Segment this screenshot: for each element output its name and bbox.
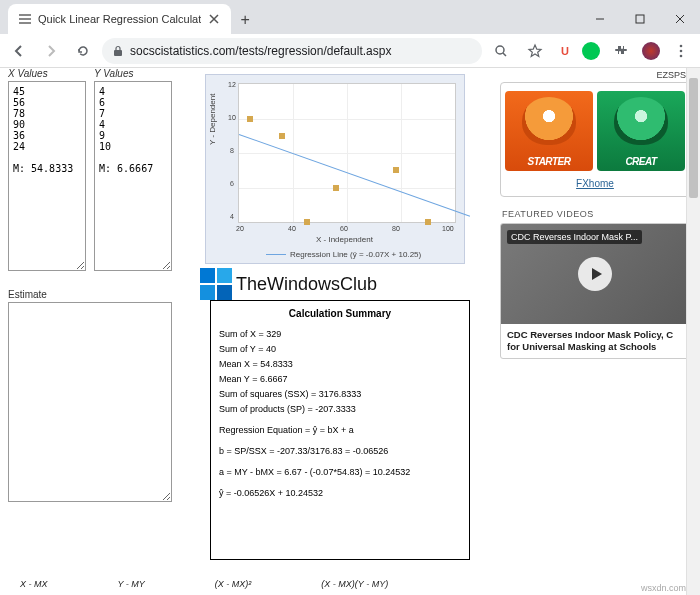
browser-tab[interactable]: Quick Linear Regression Calculat — [8, 4, 231, 34]
data-point — [425, 219, 431, 225]
summary-line: Regression Equation = ŷ = bX + a — [219, 424, 461, 437]
video-overlay-title: CDC Reverses Indoor Mask P... — [507, 230, 642, 244]
residual-labels: X - MX Y - MY (X - MX)² (X - MX)(Y - MY) — [20, 579, 388, 589]
browser-titlebar: Quick Linear Regression Calculat + — [0, 0, 700, 34]
url-text: socscistatistics.com/tests/regression/de… — [130, 44, 391, 58]
summary-title: Calculation Summary — [219, 307, 461, 322]
svg-rect-12 — [217, 268, 232, 283]
svg-rect-13 — [200, 285, 215, 300]
summary-line: Mean X = 54.8333 — [219, 358, 461, 371]
ad-label-ezsps: EZSPS — [500, 68, 690, 82]
data-point — [333, 185, 339, 191]
y-tick: 6 — [230, 180, 234, 187]
lock-icon — [112, 45, 124, 57]
left-column: X Values 45 56 78 90 36 24 M: 54.8333 Y … — [8, 68, 180, 502]
svg-rect-5 — [114, 50, 122, 56]
scrollbar-thumb[interactable] — [689, 78, 698, 198]
x-tick: 80 — [392, 225, 400, 232]
play-button-icon[interactable] — [578, 257, 612, 291]
image-watermark: wsxdn.com — [641, 583, 686, 593]
nav-forward-button[interactable] — [38, 38, 64, 64]
summary-line: Sum of products (SP) = -207.3333 — [219, 403, 461, 416]
toolbar-extensions: U — [488, 38, 694, 64]
video-thumbnail: CDC Reverses Indoor Mask P... — [501, 224, 689, 324]
x-tick: 40 — [288, 225, 296, 232]
menu-dots-icon[interactable] — [668, 38, 694, 64]
site-favicon — [18, 12, 32, 26]
right-sidebar: EZSPS STARTER CREAT FXhome FEATURED VIDE… — [500, 68, 690, 359]
vertical-scrollbar[interactable] — [686, 68, 700, 595]
extensions-puzzle-icon[interactable] — [608, 38, 634, 64]
watermark-logo: TheWindowsClub — [200, 268, 377, 300]
twc-logo-icon — [200, 268, 232, 300]
svg-rect-2 — [19, 22, 31, 24]
y-tick: 4 — [230, 213, 234, 220]
svg-rect-14 — [217, 285, 232, 300]
chart-legend: Regression Line (ŷ = -0.07X + 10.25) — [266, 250, 421, 259]
star-icon[interactable] — [522, 38, 548, 64]
svg-rect-11 — [200, 268, 215, 283]
extension-u-icon[interactable]: U — [556, 42, 574, 60]
estimate-label: Estimate — [8, 289, 180, 300]
summary-line: ŷ = -0.06526X + 10.24532 — [219, 487, 461, 500]
window-controls — [580, 4, 700, 34]
summary-line: Sum of squares (SSX) = 3176.8333 — [219, 388, 461, 401]
svg-point-10 — [680, 54, 683, 57]
summary-line: Sum of X = 329 — [219, 328, 461, 341]
regression-chart: 12 10 8 6 4 20 40 60 80 100 X - Independ… — [205, 74, 465, 264]
window-minimize-button[interactable] — [580, 4, 620, 34]
x-values-header: X Values — [8, 68, 86, 79]
chart-plot-area — [238, 83, 456, 223]
fxhome-link[interactable]: FXhome — [505, 175, 685, 192]
new-tab-button[interactable]: + — [231, 6, 259, 34]
window-close-button[interactable] — [660, 4, 700, 34]
y-tick: 10 — [228, 114, 236, 121]
window-maximize-button[interactable] — [620, 4, 660, 34]
ad-card-fxhome[interactable]: STARTER CREAT FXhome — [500, 82, 690, 197]
mascot-creator: CREAT — [597, 91, 685, 171]
y-values-header: Y Values — [94, 68, 172, 79]
bottom-label: (X - MX)² — [215, 579, 252, 589]
regression-line — [239, 134, 470, 217]
twc-logo-text: TheWindowsClub — [236, 274, 377, 295]
nav-back-button[interactable] — [6, 38, 32, 64]
svg-point-9 — [680, 49, 683, 52]
x-axis-label: X - Independent — [316, 235, 373, 244]
svg-line-7 — [503, 53, 506, 56]
data-point — [279, 133, 285, 139]
search-icon[interactable] — [488, 38, 514, 64]
calculation-summary-box: Calculation Summary Sum of X = 329 Sum o… — [210, 300, 470, 560]
summary-line: Mean Y = 6.6667 — [219, 373, 461, 386]
estimate-textarea[interactable] — [8, 302, 172, 502]
svg-rect-0 — [19, 14, 31, 16]
svg-rect-4 — [636, 15, 644, 23]
tab-close-icon[interactable] — [207, 12, 221, 26]
video-caption: CDC Reverses Indoor Mask Policy, C for U… — [501, 324, 689, 358]
data-point — [247, 116, 253, 122]
x-tick: 20 — [236, 225, 244, 232]
y-tick: 12 — [228, 81, 236, 88]
x-values-textarea[interactable]: 45 56 78 90 36 24 M: 54.8333 — [8, 81, 86, 271]
page-content: X Values 45 56 78 90 36 24 M: 54.8333 Y … — [0, 68, 700, 595]
mascot-starter: STARTER — [505, 91, 593, 171]
nav-reload-button[interactable] — [70, 38, 96, 64]
profile-avatar[interactable] — [642, 42, 660, 60]
svg-point-6 — [496, 46, 504, 54]
y-tick: 8 — [230, 147, 234, 154]
svg-rect-1 — [19, 18, 31, 20]
bottom-label: (X - MX)(Y - MY) — [321, 579, 388, 589]
y-values-textarea[interactable]: 4 6 7 4 9 10 M: 6.6667 — [94, 81, 172, 271]
browser-toolbar: socscistatistics.com/tests/regression/de… — [0, 34, 700, 68]
data-point — [393, 167, 399, 173]
summary-line: a = MY - bMX = 6.67 - (-0.07*54.83) = 10… — [219, 466, 461, 479]
address-bar[interactable]: socscistatistics.com/tests/regression/de… — [102, 38, 482, 64]
x-tick: 60 — [340, 225, 348, 232]
svg-point-8 — [680, 44, 683, 47]
featured-video-card[interactable]: CDC Reverses Indoor Mask P... CDC Revers… — [500, 223, 690, 359]
data-point — [304, 219, 310, 225]
featured-videos-header: FEATURED VIDEOS — [500, 205, 690, 223]
tab-title: Quick Linear Regression Calculat — [38, 13, 201, 25]
extension-green-icon[interactable] — [582, 42, 600, 60]
x-tick: 100 — [442, 225, 454, 232]
bottom-label: X - MX — [20, 579, 48, 589]
